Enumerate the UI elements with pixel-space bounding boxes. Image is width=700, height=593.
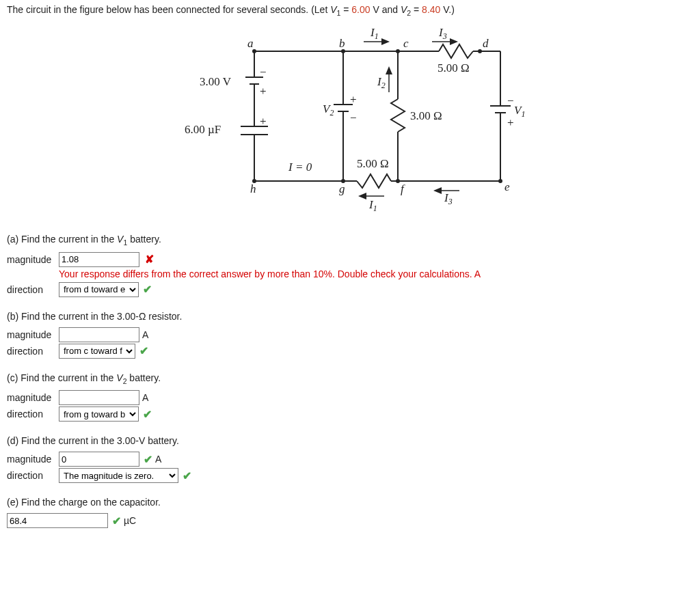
d-mag-label: magnitude [7,454,59,465]
svg-text:5.00 Ω: 5.00 Ω [357,157,389,170]
d-dir-label: direction [7,470,59,481]
b-dir-select[interactable]: from c toward f [59,344,135,359]
part-a-prompt: (a) Find the current in the V1 battery. [7,234,693,247]
svg-marker-50 [358,193,366,199]
svg-text:d: d [483,37,489,50]
part-c-prompt: (c) Find the current in the V2 battery. [7,372,693,385]
eq1: = [340,4,351,15]
svg-marker-44 [381,38,390,45]
eq2: = [411,4,422,15]
svg-text:I1: I1 [368,198,377,213]
e-unit: µC [124,515,136,526]
c-post: battery. [126,372,161,383]
v1-val: 6.00 [351,4,370,15]
d-dir-select[interactable]: The magnitude is zero. [59,468,178,483]
b-mag-input[interactable] [59,327,139,342]
svg-text:+: + [260,115,267,128]
c-sym: V [116,372,122,383]
svg-text:6.00 µF: 6.00 µF [185,123,221,136]
b-dir-label: direction [7,346,59,357]
svg-marker-47 [450,38,458,45]
b-unit: A [142,329,148,340]
svg-text:−: − [350,111,357,124]
a-mag-input[interactable] [59,252,139,267]
svg-text:f: f [401,182,405,195]
svg-text:+: + [260,85,267,98]
svg-text:c: c [403,37,409,50]
svg-text:e: e [504,180,510,193]
check-icon: ✔ [183,469,191,482]
c-unit: A [142,392,148,403]
svg-text:h: h [250,182,256,195]
svg-text:V1: V1 [514,104,525,119]
c-pre: (c) Find the current in the [7,372,116,383]
svg-text:I3: I3 [438,26,447,41]
check-icon: ✔ [143,408,152,421]
a-mag-label: magnitude [7,254,59,265]
check-icon: ✔ [139,344,148,357]
circuit-figure: .wire { stroke:#222; stroke-width:2; fil… [7,24,693,217]
a-dir-label: direction [7,284,59,295]
svg-text:g: g [339,182,345,195]
v1-unit: V [371,4,379,15]
svg-point-57 [396,49,400,53]
c-dir-select[interactable]: from g toward b [59,406,139,422]
c-mag-input[interactable] [59,390,139,405]
cross-icon: ✘ [145,253,154,266]
problem-statement: The circuit in the figure below has been… [7,4,693,17]
svg-point-59 [498,179,502,183]
svg-text:3.00 V: 3.00 V [200,75,232,88]
intro-and: and [379,4,401,15]
svg-marker-34 [386,66,392,74]
a-feedback: Your response differs from the correct a… [59,268,693,279]
d-unit: A [155,454,161,465]
check-icon: ✔ [143,283,152,296]
d-mag-input[interactable] [59,452,139,467]
svg-text:I2: I2 [377,75,386,90]
e-input[interactable] [7,513,108,528]
svg-text:5.00 Ω: 5.00 Ω [438,61,470,74]
svg-text:+: + [350,93,357,106]
part-e-prompt: (e) Find the charge on the capacitor. [7,497,693,508]
svg-text:3.00 Ω: 3.00 Ω [410,109,442,122]
part-b-prompt: (b) Find the current in the 3.00-Ω resis… [7,311,693,322]
svg-text:−: − [507,94,514,107]
v2-val: 8.40 [422,4,440,15]
check-icon: ✔ [144,453,152,466]
svg-text:I = 0: I = 0 [288,161,312,174]
svg-marker-53 [433,187,442,194]
v2-sym: V [401,4,407,15]
c-dir-label: direction [7,409,59,419]
a-post: battery. [127,234,161,245]
svg-text:I1: I1 [370,26,379,41]
a-dir-select[interactable]: from d toward e [59,282,139,297]
svg-text:b: b [339,37,345,50]
svg-point-60 [396,179,400,183]
v1-sym: V [330,4,336,15]
intro-prefix: The circuit in the figure below has been… [7,4,330,15]
svg-text:I3: I3 [444,191,453,206]
svg-text:V2: V2 [323,102,334,118]
part-d-prompt: (d) Find the current in the 3.00-V batte… [7,435,693,446]
check-icon: ✔ [112,514,121,527]
b-mag-label: magnitude [7,329,59,340]
svg-text:+: + [507,116,514,129]
svg-point-58 [478,49,482,53]
a-pre: (a) Find the current in the [7,234,117,245]
c-mag-label: magnitude [7,392,59,403]
svg-text:−: − [260,66,267,79]
svg-text:a: a [247,37,254,50]
intro-suffix: V.) [440,4,455,15]
